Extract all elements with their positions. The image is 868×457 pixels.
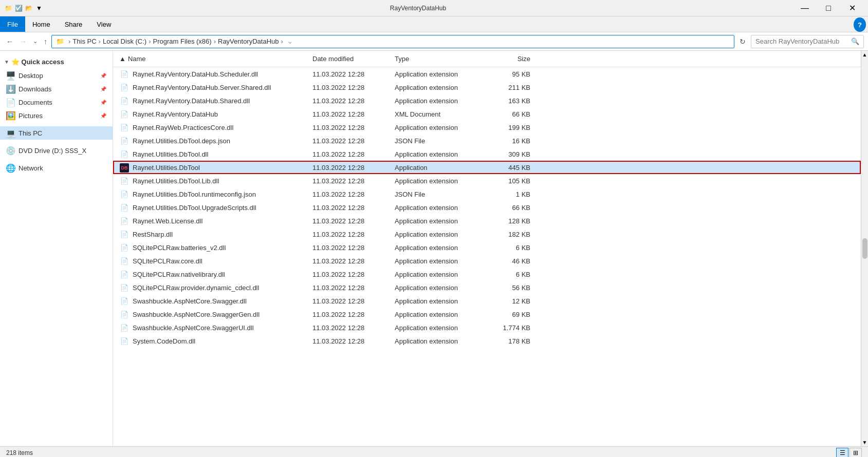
table-row[interactable]: 📄 Raynet.Utilities.DbTool.UpgradeScripts… bbox=[113, 201, 861, 214]
sidebar-item-this-pc[interactable]: 💻 This PC bbox=[0, 126, 113, 140]
table-row[interactable]: 📄 SQLitePCLRaw.provider.dynamic_cdecl.dl… bbox=[113, 281, 861, 294]
recent-locations-button[interactable]: ⌄ bbox=[31, 36, 40, 47]
sidebar-item-desktop[interactable]: 🖥️ Desktop 📌 bbox=[0, 69, 113, 82]
file-size: 178 KB bbox=[483, 337, 534, 345]
table-row[interactable]: 📄 Raynet.RayVentory.DataHub.Server.Share… bbox=[113, 81, 861, 94]
file-icon: 📄 bbox=[119, 257, 130, 265]
file-date: 11.03.2022 12:28 bbox=[308, 244, 391, 252]
pictures-icon: 🖼️ bbox=[6, 111, 15, 120]
file-size: 445 KB bbox=[483, 164, 534, 172]
table-row[interactable]: 📄 Raynet.RayWeb.PracticesCore.dll 11.03.… bbox=[113, 121, 861, 134]
table-row[interactable]: 📄 Raynet.RayVentory.DataHub.Shared.dll 1… bbox=[113, 94, 861, 107]
path-folder-icon: 📁 bbox=[56, 37, 64, 45]
file-type: XML Document bbox=[391, 110, 483, 118]
file-type: Application extension bbox=[391, 297, 483, 305]
this-pc-label: This PC bbox=[19, 129, 106, 137]
table-row[interactable]: 📄 Swashbuckle.AspNetCore.SwaggerGen.dll … bbox=[113, 308, 861, 321]
file-name: Raynet.Utilities.DbTool.runtimeconfig.js… bbox=[130, 191, 308, 198]
path-local-disk: Local Disk (C:) bbox=[103, 37, 146, 45]
scrollbar[interactable]: ▲ ▼ bbox=[861, 51, 868, 446]
file-date: 11.03.2022 12:28 bbox=[308, 177, 391, 185]
name-sort-icon: ▲ bbox=[119, 55, 126, 63]
title-bar: 📁 ☑️ 📂 ▼ RayVentoryDataHub — □ ✕ bbox=[0, 0, 868, 16]
file-size: 66 KB bbox=[483, 110, 534, 118]
file-type: Application bbox=[391, 164, 483, 172]
main-layout: ▼ ⭐ Quick access 🖥️ Desktop 📌 ⬇️ Downloa… bbox=[0, 51, 868, 446]
table-row[interactable]: 📄 SQLitePCLRaw.core.dll 11.03.2022 12:28… bbox=[113, 254, 861, 268]
file-name: SQLitePCLRaw.core.dll bbox=[130, 257, 308, 265]
col-type-header[interactable]: Type bbox=[391, 53, 483, 65]
file-type: Application extension bbox=[391, 84, 483, 91]
dvd-icon: 💿 bbox=[6, 146, 15, 155]
file-date: 11.03.2022 12:28 bbox=[308, 164, 391, 172]
file-size: 95 KB bbox=[483, 70, 534, 78]
pin-icon: 📌 bbox=[100, 73, 106, 79]
maximize-button[interactable]: □ bbox=[817, 0, 840, 16]
file-date: 11.03.2022 12:28 bbox=[308, 284, 391, 292]
table-row[interactable]: 📄 Raynet.Utilities.DbTool.runtimeconfig.… bbox=[113, 187, 861, 201]
table-row[interactable]: 📄 System.CodeDom.dll 11.03.2022 12:28 Ap… bbox=[113, 334, 861, 348]
table-row[interactable]: 📄 RestSharp.dll 11.03.2022 12:28 Applica… bbox=[113, 227, 861, 241]
large-icons-view-button[interactable]: ⊞ bbox=[849, 448, 862, 458]
content-area: ▲ Name Date modified Type Size 📄 Raynet.… bbox=[113, 51, 861, 446]
table-row[interactable]: 📄 SQLitePCLRaw.batteries_v2.dll 11.03.20… bbox=[113, 241, 861, 254]
table-row[interactable]: 📄 Raynet.RayVentory.DataHub.Scheduler.dl… bbox=[113, 67, 861, 81]
address-path[interactable]: 📁 › This PC › Local Disk (C:) › Program … bbox=[51, 35, 734, 48]
file-icon: 📄 bbox=[119, 70, 130, 78]
table-row[interactable]: DB Raynet.Utilities.DbTool 11.03.2022 12… bbox=[113, 161, 861, 174]
tab-view[interactable]: View bbox=[89, 16, 118, 32]
table-row[interactable]: 📄 Raynet.Utilities.DbTool.Lib.dll 11.03.… bbox=[113, 174, 861, 187]
file-size: 56 KB bbox=[483, 284, 534, 292]
check-icon: ☑️ bbox=[14, 4, 23, 12]
sidebar-item-dvd[interactable]: 💿 DVD Drive (D:) SSS_X bbox=[0, 144, 113, 157]
refresh-button[interactable]: ↻ bbox=[736, 36, 749, 47]
file-icon: 📄 bbox=[119, 190, 130, 198]
file-date: 11.03.2022 12:28 bbox=[308, 311, 391, 318]
search-box[interactable]: 🔍 bbox=[751, 35, 864, 48]
sidebar-item-network[interactable]: 🌐 Network bbox=[0, 161, 113, 175]
tab-share[interactable]: Share bbox=[58, 16, 90, 32]
file-name: Raynet.Utilities.DbTool.Lib.dll bbox=[130, 177, 308, 185]
file-name: Raynet.RayWeb.PracticesCore.dll bbox=[130, 124, 308, 131]
file-size: 69 KB bbox=[483, 311, 534, 318]
file-date: 11.03.2022 12:28 bbox=[308, 271, 391, 278]
tab-home[interactable]: Home bbox=[25, 16, 58, 32]
close-button[interactable]: ✕ bbox=[840, 0, 864, 16]
help-button[interactable]: ? bbox=[854, 17, 866, 32]
col-size-header[interactable]: Size bbox=[483, 53, 534, 65]
expand-icon: ▼ bbox=[4, 59, 9, 65]
up-button[interactable]: ↑ bbox=[42, 35, 49, 48]
col-date-header[interactable]: Date modified bbox=[308, 53, 391, 65]
table-row[interactable]: 📄 Raynet.RayVentory.DataHub 11.03.2022 1… bbox=[113, 107, 861, 121]
tab-file[interactable]: File bbox=[0, 16, 25, 32]
col-name-header[interactable]: ▲ Name bbox=[113, 53, 308, 65]
pin-icon3: 📌 bbox=[100, 100, 106, 105]
minimize-button[interactable]: — bbox=[793, 0, 817, 16]
file-size: 105 KB bbox=[483, 177, 534, 185]
table-row[interactable]: 📄 Swashbuckle.AspNetCore.SwaggerUI.dll 1… bbox=[113, 321, 861, 334]
table-row[interactable]: 📄 SQLitePCLRaw.nativelibrary.dll 11.03.2… bbox=[113, 268, 861, 281]
file-name: Raynet.Utilities.DbTool bbox=[130, 164, 308, 172]
quick-access-header[interactable]: ▼ ⭐ Quick access bbox=[0, 55, 113, 69]
file-type: Application extension bbox=[391, 244, 483, 252]
pin-icon4: 📌 bbox=[100, 113, 106, 119]
back-button[interactable]: ← bbox=[4, 35, 15, 48]
quick-access-label: ⭐ Quick access bbox=[11, 58, 64, 66]
table-row[interactable]: 📄 Raynet.Utilities.DbTool.deps.json 11.0… bbox=[113, 134, 861, 147]
table-row[interactable]: 📄 Raynet.Utilities.DbTool.dll 11.03.2022… bbox=[113, 147, 861, 161]
folder-icon: 📁 bbox=[4, 4, 12, 12]
sidebar-item-pictures[interactable]: 🖼️ Pictures 📌 bbox=[0, 109, 113, 122]
search-input[interactable] bbox=[755, 37, 851, 45]
file-date: 11.03.2022 12:28 bbox=[308, 217, 391, 225]
file-name: Swashbuckle.AspNetCore.SwaggerGen.dll bbox=[130, 311, 308, 318]
forward-button[interactable]: → bbox=[17, 35, 29, 48]
sidebar-item-documents[interactable]: 📄 Documents 📌 bbox=[0, 96, 113, 109]
file-date: 11.03.2022 12:28 bbox=[308, 70, 391, 78]
table-row[interactable]: 📄 Swashbuckle.AspNetCore.Swagger.dll 11.… bbox=[113, 294, 861, 308]
file-type: JSON File bbox=[391, 137, 483, 145]
file-size: 1.774 KB bbox=[483, 324, 534, 332]
details-view-button[interactable]: ☰ bbox=[836, 448, 848, 458]
table-row[interactable]: 📄 Raynet.Web.License.dll 11.03.2022 12:2… bbox=[113, 214, 861, 227]
dvd-label: DVD Drive (D:) SSS_X bbox=[19, 147, 106, 155]
sidebar-item-downloads[interactable]: ⬇️ Downloads 📌 bbox=[0, 82, 113, 96]
